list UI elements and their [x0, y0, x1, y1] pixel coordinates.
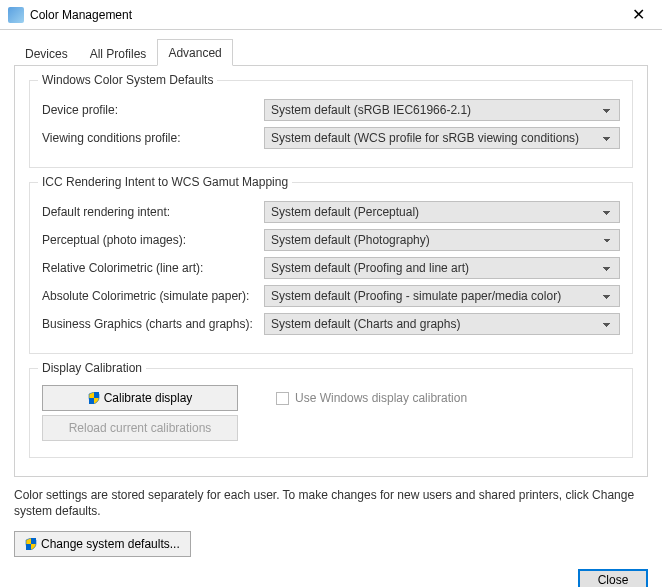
- group-icc-mapping: ICC Rendering Intent to WCS Gamut Mappin…: [29, 182, 633, 354]
- select-business[interactable]: System default (Charts and graphs): [264, 313, 620, 335]
- row-perceptual: Perceptual (photo images): System defaul…: [42, 229, 620, 251]
- use-windows-calib-label: Use Windows display calibration: [295, 391, 467, 405]
- reload-calibrations-button: Reload current calibrations: [42, 415, 238, 441]
- row-device-profile: Device profile: System default (sRGB IEC…: [42, 99, 620, 121]
- calib-row-1: Calibrate display Use Windows display ca…: [42, 385, 620, 411]
- svg-rect-0: [94, 392, 99, 398]
- use-windows-calib-checkbox: Use Windows display calibration: [276, 391, 467, 405]
- group-wcs-title: Windows Color System Defaults: [38, 73, 217, 87]
- tab-strip: Devices All Profiles Advanced: [14, 38, 648, 66]
- dialog-footer: Close: [0, 563, 662, 587]
- select-device-profile[interactable]: System default (sRGB IEC61966-2.1): [264, 99, 620, 121]
- select-viewing-conditions[interactable]: System default (WCS profile for sRGB vie…: [264, 127, 620, 149]
- app-icon: [8, 7, 24, 23]
- calibrate-display-label: Calibrate display: [104, 391, 193, 405]
- label-relative: Relative Colorimetric (line art):: [42, 261, 264, 275]
- row-viewing-conditions: Viewing conditions profile: System defau…: [42, 127, 620, 149]
- close-icon: ✕: [632, 5, 645, 24]
- reload-calibrations-label: Reload current calibrations: [69, 421, 212, 435]
- row-relative: Relative Colorimetric (line art): System…: [42, 257, 620, 279]
- select-relative[interactable]: System default (Proofing and line art): [264, 257, 620, 279]
- change-system-defaults-label: Change system defaults...: [41, 537, 180, 551]
- shield-icon: [88, 392, 100, 404]
- svg-rect-2: [31, 538, 36, 544]
- tab-devices[interactable]: Devices: [14, 40, 79, 66]
- label-viewing-conditions: Viewing conditions profile:: [42, 131, 264, 145]
- label-business: Business Graphics (charts and graphs):: [42, 317, 264, 331]
- settings-note: Color settings are stored separately for…: [14, 487, 648, 519]
- content-area: Devices All Profiles Advanced Windows Co…: [0, 30, 662, 563]
- label-default-intent: Default rendering intent:: [42, 205, 264, 219]
- group-wcs-defaults: Windows Color System Defaults Device pro…: [29, 80, 633, 168]
- group-display-calibration: Display Calibration Calibrate display Us…: [29, 368, 633, 458]
- select-perceptual[interactable]: System default (Photography): [264, 229, 620, 251]
- shield-icon: [25, 538, 37, 550]
- checkbox-box: [276, 392, 289, 405]
- svg-rect-1: [89, 398, 94, 404]
- label-device-profile: Device profile:: [42, 103, 264, 117]
- select-absolute[interactable]: System default (Proofing - simulate pape…: [264, 285, 620, 307]
- close-button[interactable]: ✕: [618, 1, 658, 29]
- row-absolute: Absolute Colorimetric (simulate paper): …: [42, 285, 620, 307]
- label-absolute: Absolute Colorimetric (simulate paper):: [42, 289, 264, 303]
- tab-panel-advanced: Windows Color System Defaults Device pro…: [14, 66, 648, 477]
- calib-row-2: Reload current calibrations: [42, 415, 620, 441]
- row-default-intent: Default rendering intent: System default…: [42, 201, 620, 223]
- close-dialog-button[interactable]: Close: [578, 569, 648, 587]
- svg-rect-3: [26, 544, 31, 550]
- row-business: Business Graphics (charts and graphs): S…: [42, 313, 620, 335]
- change-system-defaults-button[interactable]: Change system defaults...: [14, 531, 191, 557]
- tab-advanced[interactable]: Advanced: [157, 39, 232, 66]
- group-icc-title: ICC Rendering Intent to WCS Gamut Mappin…: [38, 175, 292, 189]
- window-title: Color Management: [30, 8, 618, 22]
- calibrate-display-button[interactable]: Calibrate display: [42, 385, 238, 411]
- label-perceptual: Perceptual (photo images):: [42, 233, 264, 247]
- tab-all-profiles[interactable]: All Profiles: [79, 40, 158, 66]
- titlebar: Color Management ✕: [0, 0, 662, 30]
- select-default-intent[interactable]: System default (Perceptual): [264, 201, 620, 223]
- group-calib-title: Display Calibration: [38, 361, 146, 375]
